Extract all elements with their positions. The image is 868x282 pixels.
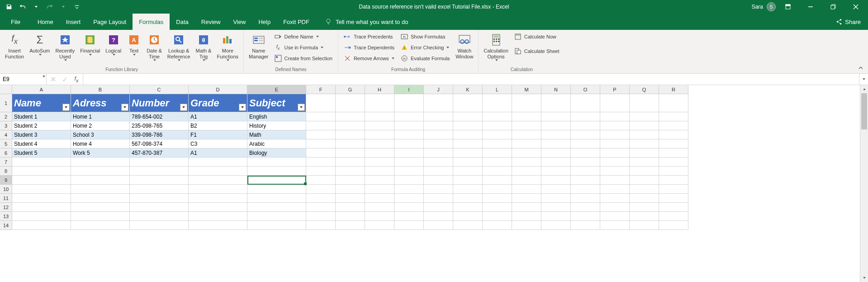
tab-formulas[interactable]: Formulas [133, 14, 170, 30]
cell[interactable] [394, 185, 424, 194]
name-box[interactable]: E9 [0, 74, 47, 85]
trace-dependents-button[interactable]: Trace Dependents [341, 43, 397, 53]
save-button[interactable] [3, 1, 15, 13]
column-header-D[interactable]: D [189, 85, 247, 94]
cell[interactable] [424, 194, 453, 203]
cell[interactable] [247, 185, 306, 194]
cell[interactable] [247, 203, 306, 212]
cell[interactable] [424, 139, 453, 148]
row-header-4[interactable]: 4 [0, 130, 12, 139]
cell[interactable] [453, 158, 483, 167]
cell[interactable] [512, 121, 541, 130]
cell[interactable] [630, 158, 659, 167]
table-header-number[interactable]: Number [130, 94, 189, 112]
cell[interactable] [424, 148, 453, 158]
cell[interactable] [336, 148, 365, 158]
cell[interactable] [394, 194, 424, 203]
cell[interactable] [541, 203, 571, 212]
table-cell[interactable]: Student 1 [12, 112, 71, 121]
row-header-14[interactable]: 14 [0, 221, 12, 230]
cell[interactable] [336, 139, 365, 148]
cell[interactable] [600, 221, 630, 230]
cell[interactable] [571, 158, 600, 167]
cell[interactable] [483, 94, 512, 112]
cell[interactable] [453, 94, 483, 112]
cell[interactable] [600, 185, 630, 194]
cell[interactable] [365, 185, 394, 194]
cell[interactable] [453, 176, 483, 185]
table-cell[interactable]: Home 4 [71, 139, 130, 148]
table-cell[interactable]: Student 5 [12, 148, 71, 158]
redo-button[interactable] [43, 1, 56, 13]
selected-cell[interactable] [247, 176, 306, 185]
column-header-P[interactable]: P [600, 85, 630, 94]
filter-dropdown[interactable] [62, 104, 70, 111]
cell[interactable] [541, 176, 571, 185]
cell[interactable] [424, 121, 453, 130]
cell[interactable] [571, 148, 600, 158]
column-header-K[interactable]: K [453, 85, 483, 94]
cell[interactable] [541, 167, 571, 176]
cell[interactable] [571, 139, 600, 148]
column-header-L[interactable]: L [483, 85, 512, 94]
cell[interactable] [365, 158, 394, 167]
cell[interactable] [541, 148, 571, 158]
row-header-11[interactable]: 11 [0, 194, 12, 203]
tab-view[interactable]: View [227, 14, 252, 30]
table-cell[interactable]: A1 [189, 112, 247, 121]
cell[interactable] [247, 212, 306, 221]
cell[interactable] [394, 158, 424, 167]
insert-function-button[interactable]: fxInsert Function [3, 31, 26, 59]
cell[interactable] [336, 158, 365, 167]
column-header-J[interactable]: J [424, 85, 453, 94]
table-header-grade[interactable]: Grade [189, 94, 247, 112]
table-cell[interactable]: Student 2 [12, 121, 71, 130]
tab-foxit-pdf[interactable]: Foxit PDF [277, 14, 316, 30]
cell[interactable] [600, 158, 630, 167]
table-cell[interactable]: History [247, 121, 306, 130]
cell[interactable] [306, 130, 336, 139]
cell[interactable] [453, 139, 483, 148]
column-header-Q[interactable]: Q [630, 85, 659, 94]
minimize-button[interactable] [800, 0, 821, 14]
cell[interactable] [306, 94, 336, 112]
cell[interactable] [512, 203, 541, 212]
cell[interactable] [453, 194, 483, 203]
cell[interactable] [483, 121, 512, 130]
cell[interactable] [659, 130, 688, 139]
row-header-6[interactable]: 6 [0, 148, 12, 158]
tab-help[interactable]: Help [252, 14, 277, 30]
cell[interactable] [394, 130, 424, 139]
spreadsheet-grid[interactable]: ABCDEFGHIJKLMNOPQR 1234567891011121314 N… [0, 85, 868, 282]
cell[interactable] [659, 112, 688, 121]
cell[interactable] [571, 185, 600, 194]
cell[interactable] [71, 176, 130, 185]
cell[interactable] [571, 167, 600, 176]
restore-button[interactable] [823, 0, 844, 14]
cell[interactable] [130, 221, 189, 230]
cell[interactable] [512, 167, 541, 176]
cell[interactable] [630, 130, 659, 139]
row-header-1[interactable]: 1 [0, 94, 12, 112]
cell[interactable] [512, 176, 541, 185]
column-header-B[interactable]: B [71, 85, 130, 94]
cell[interactable] [12, 194, 71, 203]
tab-review[interactable]: Review [195, 14, 227, 30]
cell[interactable] [247, 194, 306, 203]
cell[interactable] [306, 121, 336, 130]
cell[interactable] [71, 203, 130, 212]
cell[interactable] [365, 121, 394, 130]
cell[interactable] [630, 94, 659, 112]
cell[interactable] [512, 112, 541, 121]
column-header-E[interactable]: E [247, 85, 306, 94]
cell[interactable] [630, 167, 659, 176]
cell[interactable] [365, 167, 394, 176]
table-cell[interactable]: F1 [189, 130, 247, 139]
cell[interactable] [541, 139, 571, 148]
cancel-formula-button[interactable]: ✕ [49, 76, 57, 83]
trace-precedents-button[interactable]: Trace Precedents [341, 32, 397, 42]
cell[interactable] [483, 112, 512, 121]
row-header-8[interactable]: 8 [0, 167, 12, 176]
table-cell[interactable]: Biology [247, 148, 306, 158]
table-cell[interactable]: 567-098-374 [130, 139, 189, 148]
